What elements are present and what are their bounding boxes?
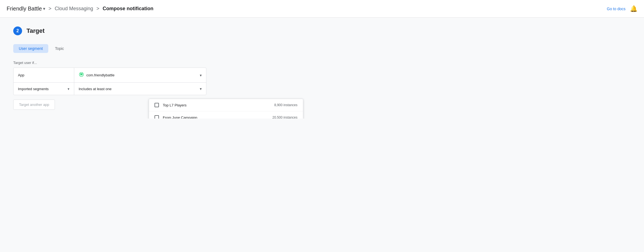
- condition-dropdown-icon[interactable]: ▾: [200, 87, 202, 91]
- condition-value: Includes at least one: [79, 87, 198, 91]
- notification-bell-container: 🔔: [630, 5, 637, 12]
- app-dropdown-icon[interactable]: ▾: [43, 6, 45, 11]
- segments-dropdown-popup: Top L7 Players 8,900 instances From June…: [149, 99, 303, 119]
- breadcrumb-separator-2: >: [96, 6, 99, 12]
- segment-count-0: 8,900 instances: [274, 103, 297, 107]
- step-badge: 2: [13, 26, 22, 35]
- bell-icon[interactable]: 🔔: [630, 5, 637, 12]
- android-icon: [79, 72, 84, 79]
- segment-name-1: From June Campaign: [163, 116, 268, 119]
- section-title: Target: [26, 27, 45, 34]
- segment-name-0: Top L7 Players: [163, 103, 270, 107]
- breadcrumb-separator: >: [49, 6, 52, 12]
- dropdown-item-0[interactable]: Top L7 Players 8,900 instances: [149, 99, 303, 111]
- tab-row: User segment Topic: [13, 44, 263, 53]
- app-dropdown-chevron-icon[interactable]: ▾: [200, 73, 202, 77]
- app-label: App: [14, 68, 74, 82]
- current-page-label: Compose notification: [103, 6, 153, 12]
- dropdown-item-1[interactable]: From June Campaign 20,500 instances: [149, 111, 303, 119]
- segments-condition-cell[interactable]: Includes at least one ▾: [74, 83, 206, 95]
- segments-label: Imported segments: [18, 87, 49, 91]
- tab-user-segment[interactable]: User segment: [13, 44, 48, 53]
- app-value-cell[interactable]: com.friendlybattle ▾: [74, 68, 206, 82]
- breadcrumb: Friendly Battle ▾ > Cloud Messaging > Co…: [7, 6, 153, 12]
- topbar: Friendly Battle ▾ > Cloud Messaging > Co…: [0, 0, 644, 18]
- checkbox-june-campaign[interactable]: [155, 115, 159, 119]
- app-row: App com.friendlybattle ▾: [14, 68, 206, 83]
- tab-topic[interactable]: Topic: [49, 44, 70, 53]
- app-name-link[interactable]: Friendly Battle ▾: [7, 6, 45, 12]
- segments-dropdown-icon[interactable]: ▾: [68, 87, 70, 91]
- cloud-messaging-link[interactable]: Cloud Messaging: [55, 6, 93, 12]
- segments-label-cell[interactable]: Imported segments ▾: [14, 83, 74, 95]
- checkbox-top-l7[interactable]: [155, 103, 159, 107]
- app-name-label: Friendly Battle: [7, 6, 42, 12]
- segment-count-1: 20,500 instances: [272, 116, 297, 119]
- segments-row: Imported segments ▾ Includes at least on…: [14, 83, 206, 95]
- go-to-docs-link[interactable]: Go to docs: [607, 7, 626, 11]
- target-another-app-button[interactable]: Target another app: [13, 100, 55, 110]
- main-content: 2 Target User segment Topic Target user …: [0, 18, 276, 119]
- topbar-actions: Go to docs 🔔: [607, 5, 637, 12]
- section-header: 2 Target: [13, 26, 263, 35]
- app-dropdown-value: com.friendlybattle: [86, 73, 198, 77]
- target-user-label: Target user if...: [13, 61, 263, 65]
- form-table: App com.friendlybattle ▾ Imported segmen…: [13, 68, 206, 95]
